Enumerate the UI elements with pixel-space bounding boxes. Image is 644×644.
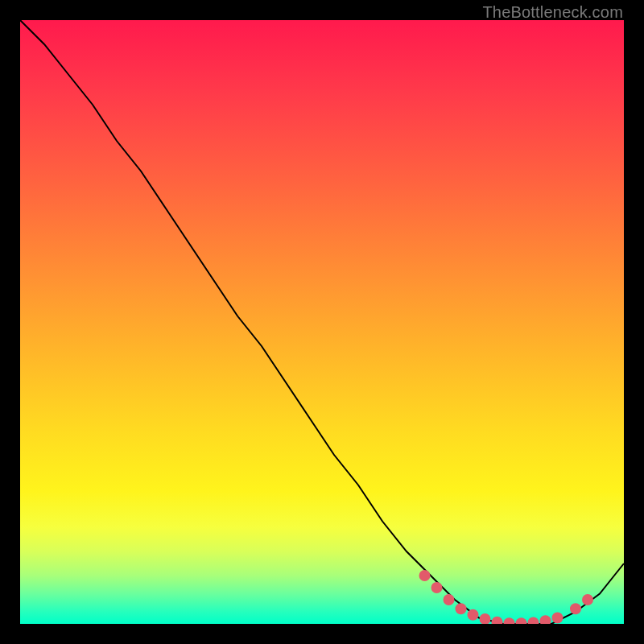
marker-dot: [444, 594, 455, 605]
marker-dot: [582, 594, 593, 605]
marker-dot: [456, 603, 467, 614]
marker-dot: [570, 603, 581, 614]
curve-line: [20, 20, 624, 624]
marker-dot: [516, 617, 527, 624]
marker-dot: [492, 617, 503, 624]
plot-area: [20, 20, 624, 624]
marker-dot: [504, 617, 515, 624]
chart-frame: TheBottleneck.com: [0, 0, 644, 644]
marker-dot: [468, 609, 479, 621]
marker-dot: [419, 570, 431, 581]
marker-dot: [540, 615, 551, 624]
marker-dot: [431, 582, 443, 593]
chart-svg: [20, 20, 624, 624]
marker-dot: [552, 613, 564, 624]
watermark-text: TheBottleneck.com: [482, 3, 623, 22]
marker-dot: [528, 617, 539, 625]
marker-dot: [480, 613, 491, 624]
